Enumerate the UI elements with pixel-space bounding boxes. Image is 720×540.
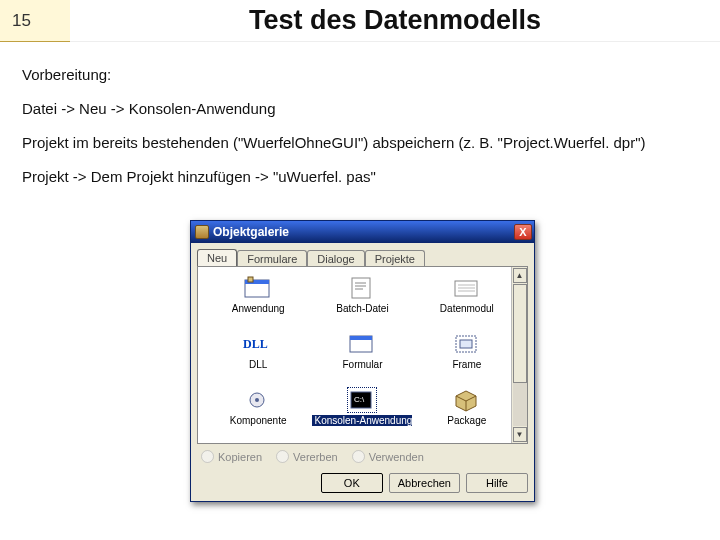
tab-projekte[interactable]: Projekte bbox=[365, 250, 425, 267]
grid-item-label: Anwendung bbox=[232, 303, 285, 314]
radio-row: Kopieren Vererben Verwenden bbox=[191, 444, 534, 469]
slide-title-text: Test des Datenmodells bbox=[249, 5, 541, 36]
body-line: Projekt -> Dem Projekt hinzufügen -> "uW… bbox=[22, 162, 698, 192]
scrollbar[interactable]: ▲ ▼ bbox=[511, 267, 527, 443]
grid-item-datenmodul[interactable]: Datenmodul bbox=[417, 275, 517, 331]
grid-item-label: Formular bbox=[342, 359, 382, 370]
close-icon-label: X bbox=[519, 227, 526, 238]
slide-number-badge: 15 bbox=[0, 0, 70, 42]
konsolen-anwendung-icon: C:\ bbox=[347, 387, 377, 413]
radio-use[interactable]: Verwenden bbox=[352, 450, 424, 463]
svg-rect-3 bbox=[352, 278, 370, 298]
dll-icon: DLL bbox=[243, 331, 273, 357]
scrollbar-thumb[interactable] bbox=[513, 284, 527, 383]
grid-item-label: Komponente bbox=[230, 415, 287, 426]
grid-item-batch-datei[interactable]: Batch-Datei bbox=[312, 275, 412, 331]
radio-inherit-input[interactable] bbox=[276, 450, 289, 463]
tab-label: Dialoge bbox=[317, 253, 354, 265]
radio-label: Vererben bbox=[293, 451, 338, 463]
tab-panel-neu: Anwendung Batch-Datei Datenmodul bbox=[197, 266, 528, 444]
svg-rect-13 bbox=[350, 336, 372, 340]
grid-item-frame[interactable]: Frame bbox=[417, 331, 517, 387]
dialog-titlebar[interactable]: Objektgalerie X bbox=[191, 221, 534, 243]
radio-copy-input[interactable] bbox=[201, 450, 214, 463]
batch-datei-icon bbox=[347, 275, 377, 301]
svg-text:C:\: C:\ bbox=[354, 395, 365, 404]
scroll-down-icon[interactable]: ▼ bbox=[513, 427, 527, 442]
icon-grid: Anwendung Batch-Datei Datenmodul bbox=[198, 267, 527, 444]
ok-button[interactable]: OK bbox=[321, 473, 383, 493]
cancel-button[interactable]: Abbrechen bbox=[389, 473, 460, 493]
button-label: Hilfe bbox=[486, 477, 508, 489]
grid-item-formular[interactable]: Formular bbox=[312, 331, 412, 387]
svg-text:DLL: DLL bbox=[243, 337, 268, 351]
tab-bar: Neu Formulare Dialoge Projekte bbox=[191, 243, 534, 266]
grid-item-label: Datenmodul bbox=[440, 303, 494, 314]
body-line: Datei -> Neu -> Konsolen-Anwendung bbox=[22, 94, 698, 124]
slide-title: Test des Datenmodells bbox=[70, 0, 720, 42]
dialog-app-icon bbox=[195, 225, 209, 239]
frame-icon bbox=[452, 331, 482, 357]
tab-dialoge[interactable]: Dialoge bbox=[307, 250, 364, 267]
embedded-dialog: Objektgalerie X Neu Formulare Dialoge Pr… bbox=[190, 220, 535, 502]
button-label: Abbrechen bbox=[398, 477, 451, 489]
package-icon bbox=[452, 387, 482, 413]
grid-item-konsolen-anwendung[interactable]: C:\ Konsolen-Anwendung bbox=[312, 387, 412, 443]
tab-label: Formulare bbox=[247, 253, 297, 265]
radio-use-input[interactable] bbox=[352, 450, 365, 463]
slide-body: Vorbereitung: Datei -> Neu -> Konsolen-A… bbox=[22, 60, 698, 196]
radio-label: Kopieren bbox=[218, 451, 262, 463]
tab-label: Projekte bbox=[375, 253, 415, 265]
button-row: OK Abbrechen Hilfe bbox=[191, 469, 534, 501]
scrollbar-track[interactable] bbox=[513, 284, 527, 426]
svg-rect-15 bbox=[460, 340, 472, 348]
close-icon[interactable]: X bbox=[514, 224, 532, 240]
tab-neu[interactable]: Neu bbox=[197, 249, 237, 266]
radio-copy[interactable]: Kopieren bbox=[201, 450, 262, 463]
svg-rect-2 bbox=[248, 277, 253, 282]
radio-label: Verwenden bbox=[369, 451, 424, 463]
scroll-up-icon[interactable]: ▲ bbox=[513, 268, 527, 283]
svg-point-17 bbox=[255, 398, 259, 402]
tab-formulare[interactable]: Formulare bbox=[237, 250, 307, 267]
komponente-icon bbox=[243, 387, 273, 413]
body-line: Projekt im bereits bestehenden ("Wuerfel… bbox=[22, 128, 698, 158]
grid-item-label: Batch-Datei bbox=[336, 303, 388, 314]
formular-icon bbox=[347, 331, 377, 357]
grid-item-label: Package bbox=[447, 415, 486, 426]
tab-label: Neu bbox=[207, 252, 227, 264]
grid-item-package[interactable]: Package bbox=[417, 387, 517, 443]
body-line: Vorbereitung: bbox=[22, 60, 698, 90]
button-label: OK bbox=[344, 477, 360, 489]
radio-inherit[interactable]: Vererben bbox=[276, 450, 338, 463]
help-button[interactable]: Hilfe bbox=[466, 473, 528, 493]
grid-item-label: Konsolen-Anwendung bbox=[312, 415, 412, 426]
grid-item-anwendung[interactable]: Anwendung bbox=[208, 275, 308, 331]
datenmodul-icon bbox=[452, 275, 482, 301]
anwendung-icon bbox=[243, 275, 273, 301]
grid-item-label: Frame bbox=[452, 359, 481, 370]
slide-number: 15 bbox=[12, 11, 31, 31]
grid-item-komponente[interactable]: Komponente bbox=[208, 387, 308, 443]
grid-item-label: DLL bbox=[249, 359, 267, 370]
dialog-title: Objektgalerie bbox=[213, 225, 289, 239]
grid-item-dll[interactable]: DLL DLL bbox=[208, 331, 308, 387]
